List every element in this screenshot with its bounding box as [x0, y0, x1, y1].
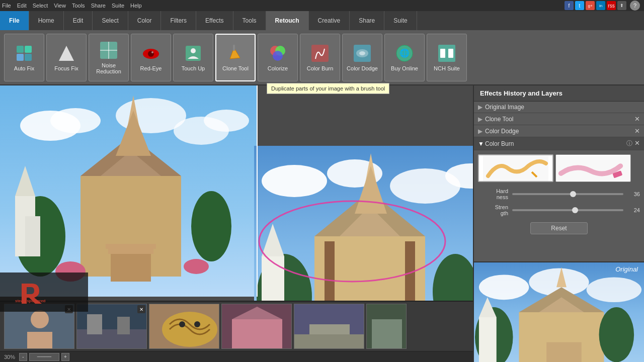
svg-rect-72 [117, 317, 130, 334]
menu-suite[interactable]: Suite [112, 3, 124, 9]
canvas-area[interactable]: steamspowered 30% - ──── + ✕ ✕ [0, 85, 473, 362]
buyonline-icon: 🌐 [394, 43, 415, 63]
steam-logo: steamspowered [14, 281, 74, 304]
svg-rect-24 [440, 49, 445, 58]
effect-original-image[interactable]: ▶ Original Image [474, 102, 644, 113]
filmstrip-thumb-6[interactable] [366, 304, 407, 349]
strength-track[interactable] [512, 209, 623, 211]
focusfix-label: Focus Fix [54, 65, 78, 71]
hardness-value: 36 [627, 191, 640, 197]
strength-label: Strength [478, 204, 508, 216]
tab-select[interactable]: Select [93, 11, 128, 30]
menu-share[interactable]: Share [91, 3, 106, 9]
toolbar: Auto Fix Focus Fix Noise Reduction Red-E… [0, 30, 644, 85]
googleplus-icon[interactable]: g+ [586, 1, 595, 10]
filmstrip-thumb-3[interactable] [149, 304, 219, 349]
brush-option-eraser[interactable] [555, 154, 631, 182]
redeye-button[interactable]: Red-Eye [131, 34, 171, 81]
tab-filters[interactable]: Filters [161, 11, 196, 30]
focusfix-button[interactable]: Focus Fix [46, 34, 87, 81]
menu-edit[interactable]: Edit [17, 3, 27, 9]
canvas-split-line [257, 85, 258, 297]
colorburn-button[interactable]: Color Burn [300, 34, 340, 81]
svg-rect-3 [25, 46, 32, 53]
reset-button[interactable]: Reset [530, 222, 587, 234]
svg-point-31 [204, 110, 249, 132]
strength-thumb[interactable] [572, 207, 578, 213]
filmstrip-thumb-5[interactable] [294, 304, 364, 349]
zoom-in-button[interactable]: + [61, 353, 69, 361]
buyonline-label: Buy Online [391, 65, 418, 71]
tab-tools[interactable]: Tools [233, 11, 266, 30]
main-area: steamspowered 30% - ──── + ✕ ✕ [0, 85, 644, 362]
rss-icon[interactable]: rss [607, 1, 616, 10]
tab-suite[interactable]: Suite [384, 11, 417, 30]
tab-creative[interactable]: Creative [309, 11, 350, 30]
logo-overlay: steamspowered [0, 273, 88, 312]
effect-clone-tool[interactable]: ▶ Clone Tool ✕ [474, 113, 644, 125]
filmstrip-close-2[interactable]: ✕ [137, 305, 145, 313]
noisereduction-button[interactable]: Noise Reduction [89, 34, 129, 81]
autofix-button[interactable]: Auto Fix [4, 34, 44, 81]
menu-view[interactable]: View [54, 3, 66, 9]
touchup-button[interactable]: Touch Up [173, 34, 213, 81]
colorize-icon [268, 43, 288, 63]
brush-option-pencil[interactable] [478, 154, 553, 182]
effect-colorburn-info[interactable]: ⓘ [626, 139, 632, 148]
menu-bar: File Edit Select View Tools Share Suite … [0, 0, 644, 11]
tab-bar: File Home Edit Select Color Filters Effe… [0, 11, 644, 30]
colorburn-icon [310, 43, 330, 63]
buyonline-button[interactable]: 🌐 Buy Online [384, 34, 425, 81]
svg-point-75 [179, 321, 185, 327]
filmstrip-thumb-4[interactable] [221, 304, 292, 349]
tooltip: Duplicate parts of your image with a bru… [267, 83, 389, 94]
svg-point-92 [587, 277, 641, 302]
effect-original-label: Original Image [485, 104, 640, 111]
original-preview: Original [474, 261, 644, 362]
effect-colorburn-close[interactable]: ✕ [634, 139, 640, 148]
effect-color-burn[interactable]: ▼ Color Burn ⓘ ✕ [474, 137, 644, 150]
svg-rect-13 [233, 45, 235, 51]
tab-share[interactable]: Share [350, 11, 384, 30]
nchsuite-label: NCH Suite [434, 65, 460, 71]
hardness-track[interactable] [512, 193, 623, 195]
zoom-slider[interactable]: ──── [29, 353, 59, 361]
svg-point-48 [262, 165, 327, 197]
original-label: Original [615, 265, 638, 273]
focusfix-icon [56, 43, 76, 63]
nchsuite-button[interactable]: NCH Suite [427, 34, 467, 81]
colorize-button[interactable]: Colorize [258, 34, 298, 81]
noisereduction-icon [99, 40, 119, 60]
tab-color[interactable]: Color [128, 11, 162, 30]
tab-effects[interactable]: Effects [196, 11, 233, 30]
colorize-label: Colorize [268, 65, 288, 71]
effect-colordodge-close[interactable]: ✕ [634, 127, 640, 135]
tab-edit[interactable]: Edit [64, 11, 93, 30]
twitter-icon[interactable]: t [575, 1, 584, 10]
svg-point-16 [273, 51, 283, 61]
help-button[interactable]: ? [630, 1, 640, 11]
effect-colordodge-icons: ✕ [634, 127, 640, 135]
menu-file[interactable]: File [2, 3, 11, 9]
social-bar: f t g+ in rss ⬆ ? [565, 0, 644, 11]
linkedin-icon[interactable]: in [596, 1, 605, 10]
tab-file[interactable]: File [0, 11, 29, 30]
zoom-out-button[interactable]: - [19, 353, 27, 361]
hardness-thumb[interactable] [570, 191, 576, 197]
effect-color-dodge[interactable]: ▶ Color Dodge ✕ [474, 125, 644, 137]
tab-home[interactable]: Home [29, 11, 64, 30]
svg-point-12 [191, 48, 196, 53]
tab-retouch[interactable]: Retouch [266, 11, 309, 30]
colordodge-button[interactable]: Color Dodge [342, 34, 382, 81]
menu-tools[interactable]: Tools [72, 3, 85, 9]
expand-icon[interactable]: ⬆ [617, 1, 626, 10]
facebook-icon[interactable]: f [565, 1, 574, 10]
menu-select[interactable]: Select [33, 3, 48, 9]
svg-text:steamspowered: steamspowered [15, 299, 46, 303]
menu-help[interactable]: Help [130, 3, 142, 9]
effect-clonetool-close[interactable]: ✕ [634, 115, 640, 123]
clonetool-button[interactable]: Clone Tool [215, 34, 256, 81]
svg-rect-82 [294, 334, 364, 349]
nchsuite-icon [437, 43, 457, 63]
svg-rect-68 [27, 332, 52, 349]
